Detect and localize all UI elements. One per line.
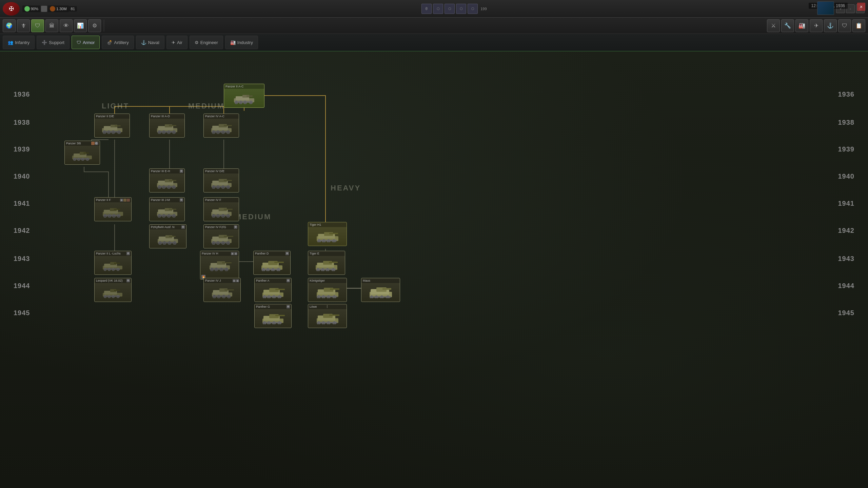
node-panzer4de-header: Panzer IV D/E: [204, 169, 239, 174]
node-konigstiger[interactable]: Königstiger: [308, 278, 347, 302]
resource-oil: 🛢: [421, 4, 432, 14]
node-tigere[interactable]: Tiger E: [308, 251, 345, 275]
resource-w: ⬡: [468, 4, 478, 14]
cat-armor[interactable]: 🛡 Armor: [72, 36, 100, 49]
stability-value: 90%: [31, 7, 38, 11]
node-panzer4f[interactable]: Panzer IV F: [203, 197, 239, 221]
node-panzer2luchs-label: Panzer II L -Luchs: [96, 252, 121, 255]
node-pzkpfw3n-label: PzKpfwIII Ausf. N: [151, 225, 175, 229]
node-panzer2f[interactable]: Panzer II F ✠: [94, 197, 132, 221]
node-panzer4de[interactable]: Panzer IV D/E: [203, 168, 239, 192]
svg-rect-107: [212, 242, 230, 243]
prod-btn-7[interactable]: 📋: [852, 19, 865, 32]
cat-naval[interactable]: ⚓ Naval: [136, 36, 164, 49]
toolbar-btn-4[interactable]: 🏛: [45, 19, 58, 32]
tank-svg-pzkpfw: [156, 233, 180, 245]
node-pantherg[interactable]: Panther G ✠: [254, 304, 292, 328]
toolbar-btn-5[interactable]: 👁: [60, 19, 73, 32]
svg-rect-116: [318, 240, 337, 241]
node-panzer2luchs[interactable]: Panzer II L -Luchs ✠: [94, 251, 132, 275]
cat-industry[interactable]: 🏭 Industry: [225, 36, 258, 49]
conn-38t-2f: [84, 167, 108, 201]
svg-rect-53: [158, 186, 176, 187]
node-4h-extras: ✠ ✠: [231, 252, 237, 255]
node-panzer4h[interactable]: Panzer IV H ✠ ✠: [200, 251, 239, 280]
node-panzer3eh[interactable]: Panzer III E-H ✠: [149, 168, 185, 192]
node-leopard[interactable]: Leopard (VK 16.02) ✠: [94, 278, 132, 302]
node-tigere-icon: [308, 256, 345, 274]
svg-rect-8: [235, 101, 253, 103]
node-panzer38t[interactable]: Panzer 38t ✠: [64, 141, 100, 165]
svg-rect-165: [224, 289, 234, 290]
node-panzer3eh-icon: [150, 174, 184, 192]
tech-tree: 1936 1938 1939 1940 1941 1942 1943 1944 …: [0, 52, 868, 488]
node-panzer4fg[interactable]: Panzer IV F2/G ✠: [203, 224, 239, 248]
toolbar-btn-armor[interactable]: 🛡: [31, 19, 44, 32]
toolbar-btn-6[interactable]: 📊: [74, 19, 87, 32]
node-panzer3jm[interactable]: Panzer III J-M ✠: [149, 197, 185, 221]
infantry-icon: 👥: [8, 40, 13, 45]
toolbar-btn-2[interactable]: 🗡: [17, 19, 30, 32]
node-38t-extras: ✠: [91, 142, 98, 145]
cat-engineer[interactable]: ⚙ Engineer: [190, 36, 223, 49]
node-leopard-label: Leopard (VK 16.02): [96, 279, 123, 282]
node-lowe-label: Löwe: [310, 305, 317, 308]
air-label: Air: [177, 40, 182, 45]
support-icon: ➕: [42, 40, 47, 45]
faction-emblem: ✠: [3, 2, 20, 16]
node-panzer4fg-label: Panzer IV F2/G: [205, 225, 226, 229]
tank-svg-2f: [101, 206, 125, 218]
node-lowe[interactable]: Löwe: [308, 304, 347, 328]
node-pzkpfw3n[interactable]: PzKpfwIII Ausf. N ✠: [149, 224, 186, 248]
cat-artillery[interactable]: 💣 Artillery: [102, 36, 134, 49]
svg-rect-188: [318, 296, 337, 297]
naval-label: Naval: [148, 40, 159, 45]
node-panzer38t-label: Panzer 38t: [66, 142, 81, 145]
node-panzer4ac-icon: [204, 119, 239, 137]
prod-btn-1[interactable]: ⚔: [767, 19, 780, 32]
manpower-resource: 1.30M: [48, 5, 69, 12]
toolbar-btn-1[interactable]: 🌍: [3, 19, 16, 32]
node-maus[interactable]: Maus: [361, 278, 400, 302]
node-panzer4ac-header: Panzer IV A-C: [204, 114, 239, 119]
prod-btn-6[interactable]: 🛡: [838, 19, 851, 32]
extra-3: [127, 199, 130, 202]
year-1944-right: 1944: [838, 282, 855, 290]
cat-air[interactable]: ✈ Air: [166, 36, 188, 49]
svg-rect-30: [224, 125, 232, 126]
cat-infantry[interactable]: 👥 Infantry: [3, 36, 35, 49]
node-panzer2ac[interactable]: Panzer II A-C: [224, 84, 264, 108]
node-lowe-icon: [308, 309, 347, 328]
tank-svg-tiger1: [316, 230, 339, 242]
svg-rect-111: [329, 233, 338, 234]
node-panzer2f-header: Panzer II F ✠: [95, 198, 131, 202]
node-panzer2luchs-icon: [95, 256, 131, 274]
node-panzer4j[interactable]: Panzer IV J ✠ ✠: [203, 278, 241, 302]
node-konigstiger-header: Königstiger: [308, 278, 347, 283]
node-tiger1[interactable]: Tiger H1: [308, 222, 347, 246]
svg-rect-26: [158, 131, 176, 133]
close-button[interactable]: ×: [857, 3, 865, 11]
node-panzer2de[interactable]: Panzer II D/E: [94, 114, 130, 138]
prod-btn-2[interactable]: 🔧: [781, 19, 794, 32]
node-panzer3ad[interactable]: Panzer III A-D: [149, 114, 185, 138]
prod-btn-4[interactable]: ✈: [810, 19, 823, 32]
artillery-label: Artillery: [114, 40, 129, 45]
prod-btn-3[interactable]: 🏭: [795, 19, 808, 32]
prod-btn-5[interactable]: ⚓: [824, 19, 837, 32]
node-panzer4ac[interactable]: Panzer IV A-C: [203, 114, 239, 138]
tank-svg-pantherg: [261, 312, 285, 324]
toolbar-btn-7[interactable]: ⚙: [88, 19, 101, 32]
node-pantherd[interactable]: Panther D ✠: [253, 251, 291, 275]
year-1944-left: 1944: [14, 282, 30, 290]
svg-rect-161: [104, 296, 120, 297]
node-panthera[interactable]: Panther A ✠: [254, 278, 292, 302]
resource-alu: ⬡: [456, 4, 466, 14]
minimap[interactable]: [817, 1, 834, 15]
node-panzer3ad-label: Panzer III A-D: [151, 115, 170, 118]
svg-rect-89: [212, 215, 230, 216]
industry-label: Industry: [237, 40, 253, 45]
cat-support[interactable]: ➕ Support: [37, 36, 70, 49]
tank-svg-3ad: [155, 122, 179, 134]
svg-rect-215: [318, 322, 337, 323]
